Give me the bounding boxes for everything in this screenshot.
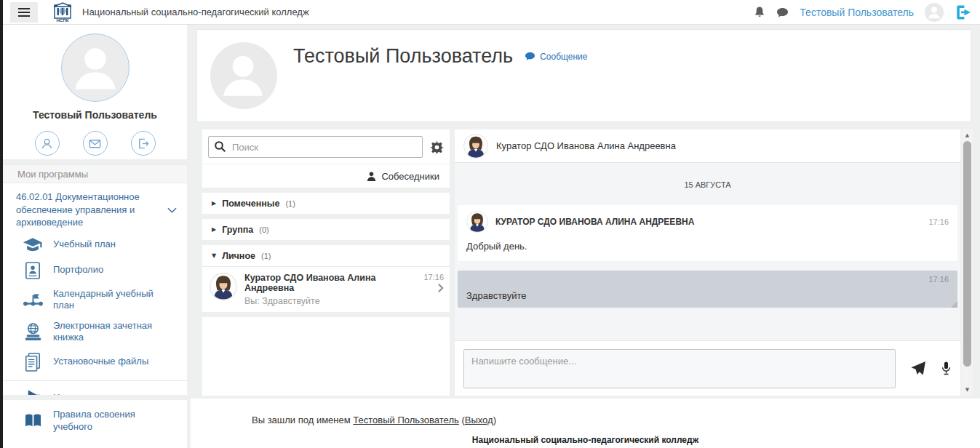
svg-text:НСПК: НСПК bbox=[56, 17, 68, 22]
profile-icon[interactable] bbox=[35, 131, 60, 156]
sidebar: Тестовый Пользователь Мои программы 46.0… bbox=[3, 25, 187, 448]
program-title-row[interactable]: 46.02.01 Документационное обеспечение уп… bbox=[16, 191, 177, 229]
contacts-label: Собеседники bbox=[381, 171, 439, 182]
incoming-message: КУРАТОР СДО ИВАНОВА АЛИНА АНДРЕЕВНА 17:1… bbox=[458, 205, 957, 261]
send-button[interactable] bbox=[910, 361, 926, 377]
sidebar-item-rules[interactable]: Правила освоения учебного bbox=[22, 409, 177, 433]
conversation-preview: Вы: Здравствуйте bbox=[244, 296, 416, 306]
triangle-collapsed-icon: ▶ bbox=[212, 226, 216, 233]
chat-header: Куратор СДО Иванова Алина Андреевна bbox=[455, 129, 960, 163]
message-author-avatar bbox=[466, 211, 488, 233]
chevron-right-icon bbox=[437, 283, 444, 296]
settings-gear-icon[interactable] bbox=[430, 140, 444, 154]
topbar-user-link[interactable]: Тестовый Пользователь bbox=[800, 7, 914, 18]
scroll-down-arrow-icon[interactable]: ▼ bbox=[962, 385, 973, 395]
message-time: 17:16 bbox=[928, 217, 949, 226]
sidebar-quick-actions bbox=[35, 131, 156, 156]
sidebar-item-label: Календарный учебный план bbox=[53, 288, 177, 312]
menu-toggle-button[interactable] bbox=[10, 2, 38, 23]
timeline-icon bbox=[22, 292, 44, 308]
login-info-prefix: Вы зашли под именем bbox=[252, 415, 351, 425]
send-message-link[interactable]: Сообщение bbox=[525, 52, 587, 62]
page-title: Тестовый Пользователь bbox=[293, 45, 513, 68]
triangle-collapsed-icon: ▶ bbox=[212, 200, 216, 207]
contacts-panel: Собеседники ▶ Помеченные (1) ▶ Группа (0… bbox=[202, 129, 450, 396]
chat-contact-avatar bbox=[463, 134, 488, 159]
topbar-user-avatar[interactable] bbox=[925, 3, 944, 22]
login-info: Вы зашли под именем Тестовый Пользовател… bbox=[252, 415, 496, 425]
conversation-name: Куратор СДО Иванова Алина Андреевна bbox=[244, 273, 416, 293]
page-left-edge bbox=[0, 0, 3, 448]
person-icon bbox=[367, 172, 376, 181]
message-text: Добрый день. bbox=[466, 241, 949, 252]
graduation-cap-icon bbox=[22, 236, 44, 253]
footer-logout-link[interactable]: Выход bbox=[465, 415, 493, 425]
contacts-link[interactable]: Собеседники bbox=[202, 164, 450, 188]
college-logo[interactable]: НСПК bbox=[52, 2, 73, 23]
sidebar-item-calendar-plan[interactable]: Календарный учебный план bbox=[22, 288, 177, 312]
logout-icon[interactable] bbox=[955, 4, 973, 21]
topbar: НСПК Национальный социально-педагогическ… bbox=[3, 0, 980, 25]
scrollbar-thumb[interactable] bbox=[963, 141, 971, 367]
section-count: (0) bbox=[259, 225, 268, 234]
sidebar-item-label: Электронная зачетная книжка bbox=[53, 320, 177, 344]
section-private[interactable]: ▼ Личное (1) bbox=[202, 245, 450, 266]
conversation-time: 17:16 bbox=[423, 273, 444, 281]
chevron-down-icon bbox=[167, 203, 177, 216]
search-input[interactable] bbox=[208, 136, 423, 158]
mail-icon[interactable] bbox=[83, 131, 108, 156]
send-message-label: Сообщение bbox=[540, 52, 587, 62]
section-starred[interactable]: ▶ Помеченные (1) bbox=[202, 193, 450, 214]
notifications-bell-icon[interactable] bbox=[754, 6, 765, 18]
profile-avatar bbox=[210, 42, 277, 109]
portfolio-icon bbox=[22, 261, 44, 280]
topbar-title: Национальный социально-педагогический ко… bbox=[82, 7, 309, 17]
sidebar-item-label: Учебный план bbox=[53, 239, 116, 251]
section-count: (1) bbox=[285, 199, 295, 208]
microphone-icon bbox=[941, 361, 952, 376]
message-author: КУРАТОР СДО ИВАНОВА АЛИНА АНДРЕЕВНА bbox=[495, 217, 921, 227]
files-icon bbox=[22, 352, 44, 372]
conversation-list-item[interactable]: Куратор СДО Иванова Алина Андреевна Вы: … bbox=[202, 267, 450, 312]
footer: Вы зашли под именем Тестовый Пользовател… bbox=[191, 399, 980, 448]
sidebar-item-label: Портфолио bbox=[53, 264, 103, 276]
outgoing-message: 17:16 Здравствуйте bbox=[458, 271, 957, 308]
search-icon bbox=[214, 140, 226, 156]
messages-bubble-icon[interactable] bbox=[776, 7, 789, 18]
section-label: Помеченные bbox=[222, 199, 279, 209]
chat-panel: Куратор СДО Иванова Алина Андреевна 15 А… bbox=[455, 129, 960, 396]
chat-scrollbar[interactable]: ▲ ▼ bbox=[962, 129, 973, 396]
sidebar-divider bbox=[3, 380, 187, 381]
sidebar-user-avatar[interactable] bbox=[61, 33, 130, 102]
contacts-search-row bbox=[202, 129, 450, 164]
section-group[interactable]: ▶ Группа (0) bbox=[202, 219, 450, 240]
section-count: (1) bbox=[261, 252, 271, 260]
scroll-up-arrow-icon[interactable]: ▲ bbox=[962, 130, 973, 140]
footer-college-name: Национальный социально-педагогический ко… bbox=[191, 435, 980, 445]
sidebar-item-label: Установочные файлы bbox=[53, 356, 148, 368]
section-label: Группа bbox=[222, 225, 253, 235]
sidebar-item-setup-files[interactable]: Установочные файлы bbox=[22, 352, 177, 372]
sidebar-item-news[interactable]: Новости bbox=[22, 389, 177, 395]
topbar-actions: Тестовый Пользователь bbox=[754, 3, 980, 22]
megaphone-icon bbox=[22, 389, 44, 395]
chat-contact-name: Куратор СДО Иванова Алина Андреевна bbox=[496, 140, 676, 151]
paper-plane-icon bbox=[910, 361, 926, 377]
program-title: 46.02.01 Документационное обеспечение уп… bbox=[16, 191, 163, 229]
gradebook-icon bbox=[22, 322, 44, 342]
sidebar-item-portfolio[interactable]: Портфолио bbox=[22, 261, 177, 280]
chat-message-area: 15 АВГУСТА КУРАТОР СДО ИВАНОВА АЛИНА АНД… bbox=[455, 163, 960, 340]
sidebar-item-curriculum[interactable]: Учебный план bbox=[22, 236, 177, 253]
sidebar-item-gradebook[interactable]: Электронная зачетная книжка bbox=[22, 320, 177, 344]
sidebar-user-name: Тестовый Пользователь bbox=[33, 109, 157, 121]
voice-message-button[interactable] bbox=[941, 361, 952, 376]
section-label: Личное bbox=[222, 251, 255, 261]
message-text: Здравствуйте bbox=[466, 290, 949, 301]
exit-icon[interactable] bbox=[131, 131, 156, 156]
message-input[interactable] bbox=[463, 349, 896, 388]
footer-user-link[interactable]: Тестовый Пользователь bbox=[353, 415, 458, 425]
sidebar-profile-block: Тестовый Пользователь bbox=[3, 25, 187, 159]
my-programs-header: Мои программы bbox=[3, 164, 187, 183]
rules-block: Правила освоения учебного bbox=[3, 400, 187, 448]
contact-avatar bbox=[210, 273, 237, 300]
